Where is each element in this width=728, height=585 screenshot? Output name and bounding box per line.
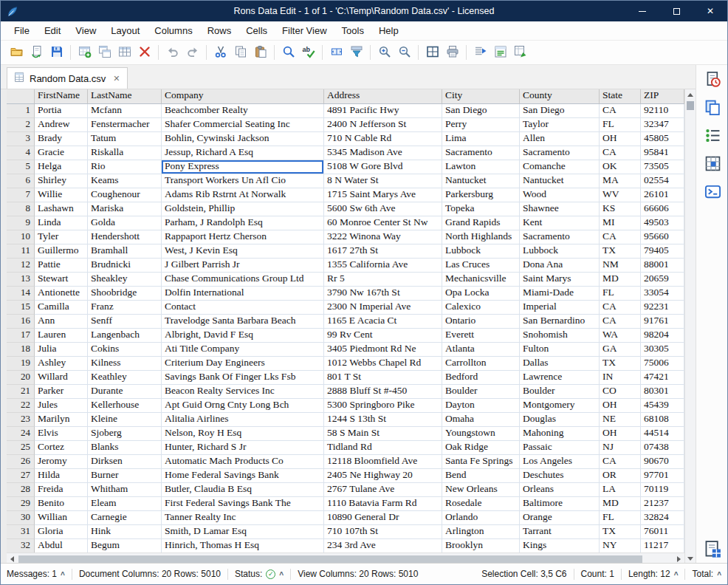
save-file-button[interactable] xyxy=(47,43,66,63)
grid-cell[interactable]: Camilla xyxy=(35,301,88,315)
grid-cell[interactable]: 92231 xyxy=(641,301,684,315)
grid-cell[interactable]: OH xyxy=(600,132,641,146)
grid-cell[interactable]: KS xyxy=(600,202,641,216)
grid-cell[interactable]: Oak Ridge xyxy=(442,441,520,455)
horizontal-scroll-thumb[interactable] xyxy=(18,555,642,563)
grid-cell[interactable]: MI xyxy=(600,216,641,230)
row-number[interactable]: 15 xyxy=(7,301,35,315)
grid-cell[interactable]: Andrew xyxy=(35,118,88,132)
row-number[interactable]: 21 xyxy=(7,385,35,399)
grid-cell[interactable]: Orlando xyxy=(442,511,520,525)
menu-columns[interactable]: Columns xyxy=(147,21,199,40)
grid-cell[interactable]: Los Angeles xyxy=(520,455,600,469)
grid-cell[interactable]: Comanche xyxy=(520,160,600,174)
row-number[interactable]: 11 xyxy=(7,244,35,259)
grid-cell[interactable]: CA xyxy=(600,230,641,244)
row-number[interactable]: 16 xyxy=(7,315,35,329)
grid-cell[interactable]: Boulder xyxy=(442,385,520,399)
spell-check-button[interactable]: ab xyxy=(298,43,318,63)
grid-cell[interactable]: San Bernardino xyxy=(520,315,600,329)
grid-cell[interactable]: Hendershott xyxy=(88,230,162,244)
grid-cell[interactable]: 2767 Tulane Ave xyxy=(324,483,442,497)
grid-cell[interactable]: Langenbach xyxy=(88,329,162,343)
grid-cell[interactable]: 45439 xyxy=(641,399,684,413)
grid-cell[interactable]: Parkersburg xyxy=(442,188,520,202)
grid-cell[interactable]: Rosedale xyxy=(442,497,520,511)
grid-cell[interactable]: OR xyxy=(600,469,641,483)
grid-cell[interactable]: Dallas xyxy=(520,357,600,371)
row-number[interactable]: 32 xyxy=(7,539,35,552)
column-header-company[interactable]: Company xyxy=(162,89,324,104)
grid-cell[interactable]: Santa Fe Springs xyxy=(442,455,520,469)
grid-cell[interactable]: Criterium Day Engineers xyxy=(162,357,324,371)
grid-cell[interactable]: Savings Bank Of Finger Lks Fsb xyxy=(162,371,324,385)
row-number[interactable]: 17 xyxy=(7,329,35,343)
grid-cell[interactable]: Rappaport Hertz Cherson xyxy=(162,230,324,244)
grid-cell[interactable]: Nantucket xyxy=(442,174,520,188)
row-number[interactable]: 20 xyxy=(7,371,35,385)
grid-cell[interactable]: 02554 xyxy=(641,174,684,188)
grid-cell[interactable]: WV xyxy=(600,188,641,202)
grid-cell[interactable]: Lawrence xyxy=(520,371,600,385)
grid-cell[interactable]: Brudnicki xyxy=(88,259,162,273)
grid-cell[interactable]: Arlington xyxy=(442,525,520,539)
row-number[interactable]: 23 xyxy=(7,413,35,427)
grid-cell[interactable]: Atlanta xyxy=(442,343,520,357)
menu-cells[interactable]: Cells xyxy=(238,21,275,40)
grid-cell[interactable]: Carrollton xyxy=(442,357,520,371)
grid-cell[interactable]: West, J Kevin Esq xyxy=(162,244,324,259)
grid-cell[interactable]: 79405 xyxy=(641,244,684,259)
grid-cell[interactable]: Topeka xyxy=(442,202,520,216)
grid-cell[interactable]: Willard xyxy=(35,371,88,385)
grid-cell[interactable]: Sacramento xyxy=(442,146,520,160)
grid-cell[interactable]: Antionette xyxy=(35,287,88,301)
grid-cell[interactable]: Gracie xyxy=(35,146,88,160)
grid-cell[interactable]: Smith, D Lamar Esq xyxy=(162,525,324,539)
grid-cell[interactable]: Dayton xyxy=(442,399,520,413)
grid-cell[interactable]: Lubbock xyxy=(442,244,520,259)
grid-cell[interactable]: CO xyxy=(600,385,641,399)
row-number[interactable]: 5 xyxy=(7,160,35,174)
grid-cell[interactable]: Kent xyxy=(520,216,600,230)
grid-cell[interactable]: Ontario xyxy=(442,315,520,329)
grid-cell[interactable]: 5600 Sw 6th Ave xyxy=(324,202,442,216)
grid-cell[interactable]: Travelodge Santa Barbara Beach xyxy=(162,315,324,329)
grid-cell[interactable]: 2888 Bluff St #-450 xyxy=(324,385,442,399)
grid-cell[interactable]: 26101 xyxy=(641,188,684,202)
grid-cell[interactable]: Durante xyxy=(88,385,162,399)
grid-cell[interactable]: Automatic Mach Products Co xyxy=(162,455,324,469)
grid-cell[interactable]: Shafer Commercial Seating Inc xyxy=(162,118,324,132)
document-info-panel-button[interactable] xyxy=(701,69,724,92)
grid-cell[interactable]: Goldstein, Phillip xyxy=(162,202,324,216)
grid-cell[interactable]: Mcfann xyxy=(88,104,162,118)
grid-cell[interactable]: 98204 xyxy=(641,329,684,343)
grid-cell[interactable]: 1244 S 13th St xyxy=(324,413,442,427)
grid-cell[interactable]: Hinrich, Thomas H Esq xyxy=(162,539,324,552)
grid-cell[interactable]: Hink xyxy=(88,525,162,539)
grid-cell[interactable]: Deschutes xyxy=(520,469,600,483)
status-total[interactable]: Total:^ xyxy=(692,569,721,579)
grid-cell[interactable]: Dirksen xyxy=(88,455,162,469)
grid-cell[interactable]: Sheakley xyxy=(88,273,162,287)
grid-cell[interactable]: Beacon Realty Services Inc xyxy=(162,385,324,399)
row-number[interactable]: 12 xyxy=(7,259,35,273)
grid-cell[interactable]: Cokins xyxy=(88,343,162,357)
grid-cell[interactable]: Parham, J Randolph Esq xyxy=(162,216,324,230)
grid-cell[interactable]: 3222 Winona Way xyxy=(324,230,442,244)
grid-cell[interactable]: Helga xyxy=(35,160,88,174)
grid-cell[interactable]: Fenstermacher xyxy=(88,118,162,132)
grid-cell[interactable]: Dolfin International xyxy=(162,287,324,301)
grid-cell[interactable]: 1715 Saint Marys Ave xyxy=(324,188,442,202)
grid-cell[interactable]: LA xyxy=(600,483,641,497)
grid-cell[interactable]: 73505 xyxy=(641,160,684,174)
grid-cell[interactable]: Brooklyn xyxy=(442,539,520,552)
row-number[interactable]: 30 xyxy=(7,511,35,525)
copy-button[interactable] xyxy=(230,43,250,63)
grid-cell[interactable]: 2300 N Imperial Ave xyxy=(324,301,442,315)
grid-cell[interactable]: 99 Rv Cent xyxy=(324,329,442,343)
grid-cell[interactable]: Guillermo xyxy=(35,244,88,259)
insert-rows-button[interactable] xyxy=(470,43,490,63)
grid-cell[interactable]: 90670 xyxy=(641,455,684,469)
row-number[interactable]: 8 xyxy=(7,202,35,216)
export-table-button[interactable] xyxy=(510,43,530,63)
